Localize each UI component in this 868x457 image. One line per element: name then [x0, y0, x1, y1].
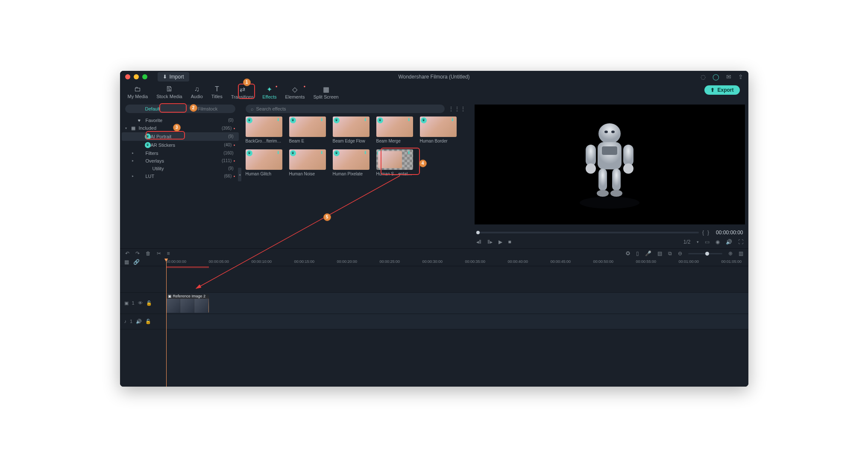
crop-icon[interactable]: ⧉	[668, 250, 672, 256]
ruler-tick: 00:00:30:00	[422, 259, 443, 264]
ruler-tick: 00:01:00:00	[679, 259, 699, 264]
volume-icon[interactable]: 🔊	[726, 239, 732, 245]
pill-tab-default[interactable]: Default	[125, 105, 180, 113]
grid-view-icon[interactable]: ⋮⋮⋮	[448, 105, 466, 112]
account-icon[interactable]: ◌	[701, 73, 706, 80]
new-dot-icon: ●	[304, 84, 306, 88]
track-mute-icon[interactable]: 🔊	[136, 319, 142, 324]
render-icon[interactable]: ✪	[626, 250, 630, 256]
top-tab-icon: ⇄	[240, 85, 245, 93]
effect-item-beam-merge[interactable]: ♛ ⬇ Beam Merge	[376, 116, 413, 143]
zoom-slider[interactable]	[688, 253, 722, 254]
messages-icon[interactable]: ✉	[726, 73, 731, 80]
top-tabs-row: 🗀My Media🖻Stock Media♫AudioTTitles⇄Trans…	[120, 83, 748, 101]
left-panel: Default Filmstock ♥Favorite(0)▾▦Included…	[120, 101, 471, 248]
snapshot-icon[interactable]: ◉	[716, 239, 720, 245]
track-lock-icon[interactable]: 🔓	[146, 300, 152, 306]
track-visibility-icon[interactable]: 👁	[138, 300, 143, 306]
zoom-out-icon[interactable]: ⊖	[678, 250, 682, 256]
fullscreen-icon[interactable]: ⛶	[738, 239, 743, 245]
tree-row-utility[interactable]: Utility(9)	[122, 165, 239, 172]
effect-item-human-s-entation[interactable]: ♛ ⬇ Human S…entation	[376, 149, 413, 176]
stop-button[interactable]: ■	[508, 239, 511, 245]
link-icon[interactable]: 🔗	[133, 259, 140, 265]
notifications-icon[interactable]: ⇪	[738, 73, 743, 80]
adjust-icon[interactable]: ≡	[167, 250, 170, 256]
effect-thumb: ♛ ⬇	[246, 116, 282, 137]
effect-item-human-glitch[interactable]: ♛ ⬇ Human Glitch	[246, 149, 282, 176]
crown-icon: ♛	[290, 150, 296, 156]
preview-panel: { } 00:00:00:00 ◂Ⅱ Ⅱ▸ ▶ ■ 1/2 ▾ ▭ ◉ 🔊 ⛶	[471, 101, 748, 248]
play-button[interactable]: ▶	[499, 239, 502, 245]
import-button[interactable]: ⬇ Import	[158, 72, 189, 82]
effect-item-beam-edge-flow[interactable]: ♛ ⬇ Beam Edge Flow	[333, 116, 369, 143]
download-icon: ⬇	[407, 150, 412, 155]
delete-icon[interactable]: 🗑	[146, 250, 151, 256]
top-tab-titles[interactable]: TTitles	[207, 83, 227, 101]
help-icon[interactable]: ◯	[713, 73, 719, 80]
track-body-empty[interactable]	[166, 266, 748, 292]
top-tab-elements[interactable]: ◇●Elements	[281, 83, 309, 101]
maximize-window-button[interactable]	[142, 74, 147, 79]
top-tab-transitions[interactable]: ⇄Transitions	[227, 83, 258, 101]
mixer-icon[interactable]: ▤	[657, 250, 662, 256]
top-tab-effects[interactable]: ✦●Effects	[258, 83, 281, 101]
collapse-handle[interactable]: ◂	[238, 168, 241, 181]
close-window-button[interactable]	[125, 74, 130, 79]
search-row: ⌕ Search effects ⋮⋮⋮	[246, 105, 466, 113]
effect-item-backgro-fterimage[interactable]: ♛ ⬇ BackGro…fterimage	[246, 116, 282, 143]
ruler[interactable]: 00:00:00:0000:00:05:0000:00:10:0000:00:1…	[166, 259, 748, 266]
playhead[interactable]	[166, 259, 167, 387]
tree-row-lut[interactable]: ▸LUT(66)●	[122, 172, 239, 180]
preview-quality-select[interactable]: 1/2	[683, 239, 691, 245]
display-icon[interactable]: ▭	[705, 239, 710, 245]
export-button[interactable]: ⬆ Export	[704, 85, 739, 95]
marker-icon[interactable]: ▯	[636, 250, 639, 256]
mark-out-icon[interactable]: }	[707, 230, 709, 236]
crown-icon: ♛	[290, 117, 296, 123]
video-clip[interactable]: ▣ Reference Image 2	[166, 294, 209, 313]
top-tab-audio[interactable]: ♫Audio	[187, 83, 207, 101]
pill-tab-filmstock[interactable]: Filmstock	[180, 105, 235, 113]
effect-item-beam-e[interactable]: ♛ ⬇ Beam E	[289, 116, 326, 143]
tree-row-included[interactable]: ▾▦Included(395)●	[122, 124, 239, 132]
video-track-body[interactable]: ▣ Reference Image 2	[166, 293, 748, 314]
svg-point-13	[580, 197, 639, 209]
tree-row-favorite[interactable]: ♥Favorite(0)	[122, 116, 239, 124]
track-body-empty-2[interactable]	[166, 329, 748, 386]
svg-rect-6	[623, 145, 633, 166]
track-lock-icon-audio[interactable]: 🔓	[145, 319, 151, 324]
preview-scrubber[interactable]	[476, 232, 699, 233]
top-tab-my-media[interactable]: 🗀My Media	[123, 83, 152, 101]
cut-icon[interactable]: ✂	[157, 250, 161, 256]
audio-track-body[interactable]	[166, 314, 748, 329]
search-input[interactable]: ⌕ Search effects	[246, 105, 445, 113]
redo-icon[interactable]: ↷	[135, 250, 140, 256]
zoom-fit-icon[interactable]: ▥	[739, 250, 743, 256]
zoom-in-icon[interactable]: ⊕	[728, 250, 733, 256]
undo-icon[interactable]: ↶	[125, 250, 129, 256]
tree-row-overlays[interactable]: ▸Overlays(111)●	[122, 157, 239, 165]
top-tab-stock-media[interactable]: 🖻Stock Media	[152, 83, 187, 101]
effect-item-human-border[interactable]: ♛ ⬇ Human Border	[420, 116, 457, 143]
download-icon: ⬇	[320, 117, 325, 122]
mark-in-icon[interactable]: {	[702, 230, 704, 236]
effect-item-human-noise[interactable]: ♛ ⬇ Human Noise	[289, 149, 326, 176]
minimize-window-button[interactable]	[134, 74, 139, 79]
tree-row-ai-portrait[interactable]: ♛AI Portrait(9)	[122, 132, 239, 141]
tree-row-filters[interactable]: ▸Filters(160)	[122, 149, 239, 157]
top-tab-split-screen[interactable]: ▦Split Screen	[309, 83, 343, 101]
svg-point-0	[598, 123, 621, 144]
tree-row-ar-stickers[interactable]: ♛AR Stickers(40)●	[122, 141, 239, 149]
effect-thumb: ♛ ⬇	[333, 116, 369, 137]
ruler-tick: 00:00:25:00	[380, 259, 400, 264]
record-icon[interactable]: 🎤	[645, 250, 651, 256]
manage-tracks-icon[interactable]: ▦	[124, 259, 129, 265]
chevron-down-icon[interactable]: ▾	[697, 240, 699, 244]
effect-item-human-pixelate[interactable]: ♛ ⬇ Human Pixelate	[333, 149, 369, 176]
prev-frame-button[interactable]: ◂Ⅱ	[476, 239, 481, 245]
preview-viewport[interactable]	[475, 105, 745, 224]
download-icon: ⬇	[276, 150, 282, 155]
play-pause-button[interactable]: Ⅱ▸	[487, 239, 493, 245]
top-tab-label: Audio	[191, 94, 203, 99]
